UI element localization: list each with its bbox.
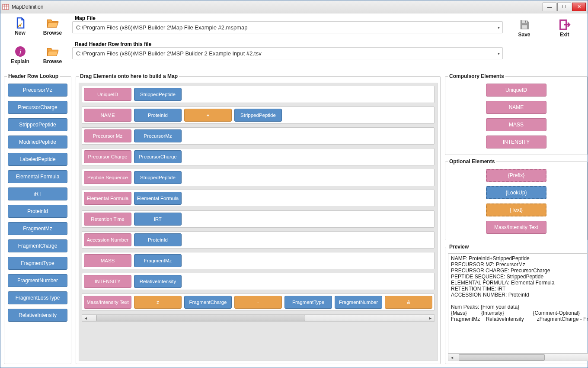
map-pill[interactable]: Elemental Formula: [134, 192, 182, 205]
map-pill[interactable]: +: [184, 109, 232, 122]
optional-elements: Optional Elements {Prefix}{LookUp}{Text}…: [445, 158, 588, 240]
lookup-pill[interactable]: PrecursorMz: [8, 84, 67, 97]
app-icon: [2, 3, 9, 10]
map-pill[interactable]: Accession Number: [84, 233, 131, 246]
map-pill[interactable]: PrecursorCharge: [134, 150, 182, 163]
optional-pill[interactable]: {LookUp}: [486, 186, 546, 199]
preview-text: NAME: ProteinId+StrippedPeptide PRECURSO…: [448, 253, 588, 354]
app-window: MapDefinition ― ☐ ✕ New Browse: [0, 0, 588, 368]
optional-pill[interactable]: Mass/Intensity Text: [486, 221, 546, 234]
map-pill[interactable]: FragmentMz: [134, 254, 182, 267]
map-pill[interactable]: Elemental Formula: [84, 192, 131, 205]
lookup-pill[interactable]: ProteinId: [8, 205, 67, 218]
lookup-pill[interactable]: iRT: [8, 187, 67, 200]
svg-rect-7: [522, 25, 527, 29]
map-row[interactable]: Precursor MzPrecursorMz: [82, 127, 435, 145]
map-pill[interactable]: RelativeIntensity: [134, 275, 182, 288]
map-pill[interactable]: StrippedPeptide: [134, 88, 182, 101]
preview-legend: Preview: [448, 244, 470, 250]
window-title: MapDefinition: [12, 4, 43, 10]
map-pill[interactable]: Precursor Mz: [84, 129, 131, 142]
map-row[interactable]: INTENSITYRelativeIntensity: [82, 273, 435, 290]
map-pill[interactable]: INTENSITY: [84, 275, 131, 288]
lookup-pill[interactable]: FragmentType: [8, 257, 67, 270]
compulsory-pill[interactable]: INTENSITY: [486, 136, 546, 148]
map-row[interactable]: Precursor ChargePrecursorCharge: [82, 148, 435, 165]
map-pill[interactable]: FragmentType: [284, 296, 332, 309]
map-row[interactable]: Elemental FormulaElemental Formula: [82, 190, 435, 207]
map-pill[interactable]: Precursor Charge: [84, 150, 131, 163]
map-pill[interactable]: -: [234, 296, 282, 309]
compulsory-pill[interactable]: NAME: [486, 101, 546, 114]
map-pill[interactable]: MASS: [84, 254, 131, 267]
folder-open-icon: [46, 45, 59, 58]
build-scrollbar[interactable]: ◄►: [82, 314, 435, 322]
build-drop-zone[interactable]: UniqueIDStrippedPeptideNAMEProteinId+Str…: [79, 83, 438, 361]
lookup-pill[interactable]: FragmentCharge: [8, 239, 67, 252]
svg-rect-0: [3, 4, 9, 10]
map-row[interactable]: Accession NumberProteinId: [82, 231, 435, 249]
new-button[interactable]: New: [4, 15, 36, 36]
lookup-pill[interactable]: PrecursorCharge: [8, 101, 67, 114]
map-row[interactable]: NAMEProteinId+StrippedPeptide: [82, 107, 435, 124]
compulsory-pill[interactable]: UniqueID: [486, 84, 546, 97]
map-pill[interactable]: ProteinId: [134, 233, 182, 246]
map-pill[interactable]: iRT: [134, 213, 182, 226]
close-button[interactable]: ✕: [572, 3, 586, 11]
compulsory-legend: Compulsory Elements: [448, 73, 505, 79]
map-file-label: Map File: [72, 15, 503, 21]
save-icon: [518, 19, 530, 31]
lookup-pill[interactable]: RelativeIntensity: [8, 309, 67, 322]
lookup-pill[interactable]: FragmentLossType: [8, 291, 67, 304]
map-row[interactable]: Peptide SequenceStrippedPeptide: [82, 169, 435, 186]
header-file-combo[interactable]: C:\Program Files (x86)\MSP Builder 2\MSP…: [72, 47, 503, 59]
lookup-pill[interactable]: ModifiedPeptide: [8, 136, 67, 148]
map-pill[interactable]: Peptide Sequence: [84, 171, 131, 184]
map-pill[interactable]: StrippedPeptide: [134, 171, 182, 184]
exit-icon: [559, 19, 571, 31]
compulsory-elements: Compulsory Elements UniqueIDNAMEMASSINTE…: [445, 73, 588, 155]
map-row[interactable]: Retention TimeiRT: [82, 210, 435, 228]
save-button[interactable]: Save: [508, 17, 540, 38]
explain-button[interactable]: i Explain: [4, 44, 36, 65]
map-file-combo[interactable]: C:\Program Files (x86)\MSP Builder 2\Map…: [72, 21, 503, 33]
map-row[interactable]: UniqueIDStrippedPeptide: [82, 86, 435, 103]
preview-box: Preview NAME: ProteinId+StrippedPeptide …: [445, 244, 588, 364]
map-pill[interactable]: &: [385, 296, 432, 309]
map-pill[interactable]: UniqueID: [84, 88, 131, 101]
map-pill[interactable]: PrecursorMz: [134, 129, 182, 142]
preview-scrollbar[interactable]: ◄►: [448, 354, 588, 361]
chevron-down-icon: ▾: [498, 25, 500, 30]
optional-legend: Optional Elements: [448, 158, 496, 165]
map-pill[interactable]: NAME: [84, 109, 131, 122]
browse-map-button[interactable]: Browse: [36, 15, 69, 36]
chevron-down-icon: ▾: [498, 51, 500, 56]
map-pill[interactable]: Mass/Intensity Text: [84, 296, 131, 309]
compulsory-pill[interactable]: MASS: [486, 118, 546, 131]
map-pill[interactable]: Retention Time: [84, 213, 131, 226]
map-pill[interactable]: z: [134, 296, 182, 309]
lookup-pill[interactable]: LabeledPeptide: [8, 153, 67, 166]
lookup-pill[interactable]: FragmentNumber: [8, 274, 67, 287]
optional-pill[interactable]: {Prefix}: [486, 169, 546, 182]
lookup-pill[interactable]: StrippedPeptide: [8, 118, 67, 131]
folder-open-icon: [46, 17, 59, 29]
minimize-button[interactable]: ―: [543, 3, 556, 11]
client-area: New Browse i Explain Browse: [0, 13, 588, 368]
map-pill[interactable]: StrippedPeptide: [234, 109, 282, 122]
map-pill[interactable]: FragmentNumber: [335, 296, 382, 309]
exit-button[interactable]: Exit: [548, 17, 581, 38]
lookup-pill[interactable]: FragmentMz: [8, 222, 67, 235]
lookup-pill[interactable]: Elemental Formula: [8, 170, 67, 183]
map-file-value: C:\Program Files (x86)\MSP Builder 2\Map…: [76, 24, 247, 31]
maximize-button[interactable]: ☐: [557, 3, 571, 11]
map-pill[interactable]: FragmentCharge: [184, 296, 232, 309]
browse-header-button[interactable]: Browse: [36, 44, 69, 65]
titlebar: MapDefinition ― ☐ ✕: [0, 0, 588, 13]
map-row[interactable]: Mass/Intensity TextzFragmentCharge-Fragm…: [82, 294, 435, 311]
header-row-lookup: Header Row Lookup PrecursorMzPrecursorCh…: [4, 73, 71, 364]
map-row[interactable]: MASSFragmentMz: [82, 252, 435, 269]
build-map-area: Drag Elements onto here to build a Map U…: [76, 73, 441, 364]
optional-pill[interactable]: {Text}: [486, 203, 546, 216]
map-pill[interactable]: ProteinId: [134, 109, 182, 122]
